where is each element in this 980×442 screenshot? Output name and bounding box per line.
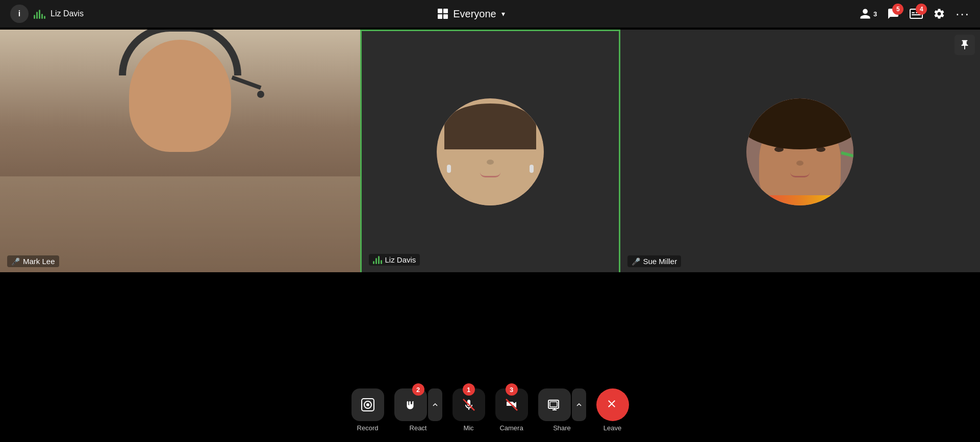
header-left: i Liz Davis [10,5,84,23]
bottom-toolbar-area: Record 2 React 1 [0,272,980,442]
react-chevron-button[interactable] [428,388,442,421]
share-chevron-button[interactable] [572,388,586,421]
liz-bar-4 [381,260,382,264]
leave-label: Leave [604,424,621,432]
sue-miller-name-label: 🎤 Sue Miller [627,255,682,267]
group-selector[interactable]: Everyone ▾ [438,8,505,20]
liz-davis-name: Liz Davis [385,255,416,264]
leave-icon [606,398,620,412]
liz-davis-name-label: Liz Davis [369,254,420,266]
header-right: 3 5 4 ··· [859,6,970,22]
sue-muted-icon: 🎤 [632,257,640,266]
share-icon [547,398,562,412]
sue-miller-avatar [746,98,853,205]
react-icon [404,398,418,412]
record-button[interactable] [351,388,384,421]
share-group: Share [538,388,586,432]
share-chevron-up-icon [576,402,582,408]
react-badge: 2 [412,383,424,396]
mic-label: Mic [463,424,473,432]
camera-muted-icon [505,398,519,412]
header: i Liz Davis Everyone ▾ 3 [0,0,980,28]
audio-bar-5 [44,16,45,19]
grid-icon [438,9,448,19]
audio-bar-4 [41,14,43,19]
share-split [538,388,586,421]
liz-audio-indicator [373,256,382,264]
pin-button[interactable] [954,35,975,55]
video-area: 🎤 Mark Lee [0,30,980,274]
chat-notification-badge: 5 [892,4,903,15]
camera-label: Camera [499,424,523,432]
share-label: Share [553,424,571,432]
current-user-name: Liz Davis [51,9,84,18]
audio-bar-3 [39,10,40,19]
participants-icon [859,8,871,20]
participant-tile-mark-lee: 🎤 Mark Lee [0,30,360,274]
chevron-down-icon: ▾ [501,10,505,18]
liz-bar-3 [378,256,380,264]
info-icon: i [18,9,20,18]
audio-bar-1 [34,15,35,19]
react-label: React [410,424,427,432]
chat-button[interactable]: 5 [887,8,899,20]
svg-rect-1 [912,12,915,13]
captions-notification-badge: 4 [916,4,927,15]
mic-muted-icon [462,398,476,412]
liz-davis-avatar [437,98,544,205]
camera-group: 3 Camera [495,388,528,432]
more-options-button[interactable]: ··· [956,6,970,22]
leave-group: Leave [596,388,629,432]
participants-count: 3 [873,10,877,18]
settings-button[interactable] [933,8,945,20]
sue-miller-name: Sue Miller [643,257,677,266]
mark-lee-name: Mark Lee [23,257,55,266]
muted-icon: 🎤 [11,257,20,266]
leave-button[interactable] [596,388,629,421]
info-button[interactable]: i [10,5,29,23]
participants-button[interactable]: 3 [859,8,877,20]
mark-lee-name-label: 🎤 Mark Lee [7,255,59,267]
mic-badge: 1 [463,383,475,396]
settings-icon [933,8,945,20]
participant-tile-sue-miller: 🎤 Sue Miller [620,30,981,274]
audio-bar-2 [36,12,38,19]
svg-point-6 [366,403,369,406]
toolbar: Record 2 React 1 [346,388,634,432]
record-group: Record [351,388,384,432]
camera-badge: 3 [506,383,518,396]
share-button[interactable] [538,388,571,421]
record-label: Record [357,424,379,432]
everyone-label: Everyone [453,8,496,20]
liz-bar-2 [375,258,377,264]
mic-group: 1 Mic [453,388,485,432]
participant-tile-liz-davis: Liz Davis [360,30,620,274]
audio-indicator [34,9,45,19]
record-icon [361,398,375,412]
liz-bar-1 [373,261,374,264]
chevron-up-icon [432,402,438,408]
captions-button[interactable]: 4 [910,8,923,20]
more-icon: ··· [956,6,970,22]
svg-rect-10 [550,402,557,407]
pin-icon [959,39,970,50]
react-group: 2 React [394,388,442,432]
